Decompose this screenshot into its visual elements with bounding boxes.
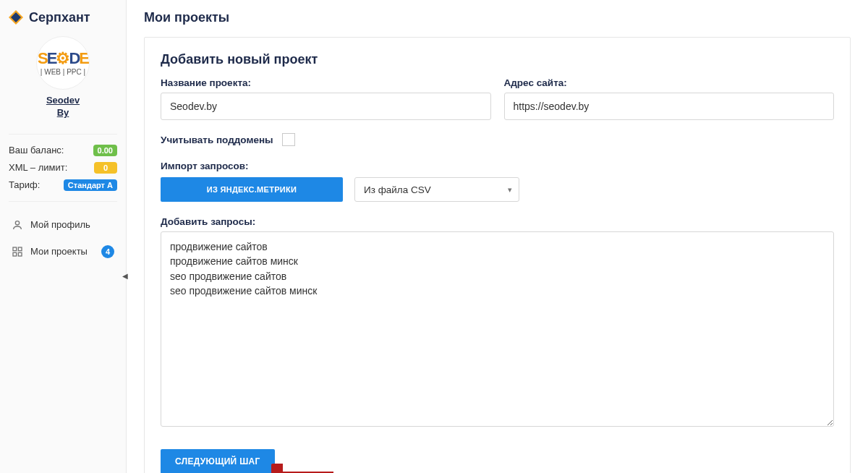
- svg-rect-6: [18, 252, 22, 256]
- subdomains-checkbox[interactable]: [282, 133, 295, 146]
- sidebar-item-label: Мои проекты: [30, 246, 88, 257]
- site-url-label: Адрес сайта:: [504, 77, 835, 88]
- sidebar-item-projects[interactable]: Мои проекты 4: [6, 239, 120, 264]
- new-project-panel: Добавить новый проект Название проекта: …: [144, 37, 851, 473]
- grid-icon: [12, 246, 23, 257]
- avatar[interactable]: SE⚙DE | WEB | PPC |: [36, 36, 90, 90]
- svg-rect-4: [18, 247, 22, 251]
- projects-count-badge: 4: [101, 245, 114, 258]
- add-queries-label: Добавить запросы:: [161, 216, 834, 227]
- brand-logo-icon: [7, 9, 25, 26]
- page-title: Мои проекты: [144, 10, 851, 25]
- avatar-logo: SE⚙DE: [38, 49, 88, 68]
- brand: Серпхант: [0, 4, 126, 32]
- import-csv-select[interactable]: Из файла CSV: [354, 177, 519, 202]
- project-name-label: Название проекта:: [161, 77, 491, 88]
- import-from-metrika-button[interactable]: ИЗ ЯНДЕКС.МЕТРИКИ: [161, 177, 343, 202]
- balance-badge: 0.00: [93, 145, 117, 156]
- sidebar-collapse-handle[interactable]: ◀: [122, 270, 129, 281]
- tariff-badge: Стандарт А: [64, 179, 117, 191]
- svg-rect-5: [13, 252, 17, 256]
- avatar-subtext: | WEB | PPC |: [38, 68, 88, 77]
- svg-point-2: [15, 221, 19, 224]
- divider: [9, 201, 117, 202]
- queries-textarea[interactable]: [161, 231, 834, 427]
- sidebar-nav: Мой профиль Мои проекты 4: [0, 208, 126, 270]
- profile-block: SE⚙DE | WEB | PPC | Seodev By: [0, 32, 126, 128]
- import-queries-label: Импорт запросов:: [161, 161, 834, 171]
- site-url-input[interactable]: [504, 93, 835, 120]
- next-step-button[interactable]: СЛЕДУЮЩИЙ ШАГ: [161, 449, 275, 473]
- sidebar-item-label: Мой профиль: [30, 219, 90, 230]
- main-content: Мои проекты Добавить новый проект Назван…: [127, 0, 868, 473]
- user-icon: [12, 219, 23, 231]
- project-name-input[interactable]: [161, 93, 491, 120]
- xml-limit-badge: 0: [94, 162, 117, 174]
- balance-label: Ваш баланс:: [9, 145, 64, 155]
- tariff-label: Тариф:: [9, 179, 40, 190]
- sidebar: Серпхант SE⚙DE | WEB | PPC | Seodev By В…: [0, 0, 127, 473]
- account-stats: Ваш баланс: 0.00 XML – лимит: 0 Тариф: С…: [0, 140, 126, 195]
- brand-name: Серпхант: [29, 10, 90, 25]
- divider: [9, 134, 117, 135]
- subdomains-label: Учитывать поддомены: [161, 135, 273, 145]
- panel-title: Добавить новый проект: [161, 52, 834, 67]
- xml-limit-label: XML – лимит:: [9, 162, 67, 173]
- annotation-arrow-icon: [271, 464, 336, 473]
- sidebar-item-profile[interactable]: Мой профиль: [6, 213, 120, 236]
- profile-name-link[interactable]: Seodev By: [46, 95, 80, 118]
- svg-rect-3: [13, 247, 17, 251]
